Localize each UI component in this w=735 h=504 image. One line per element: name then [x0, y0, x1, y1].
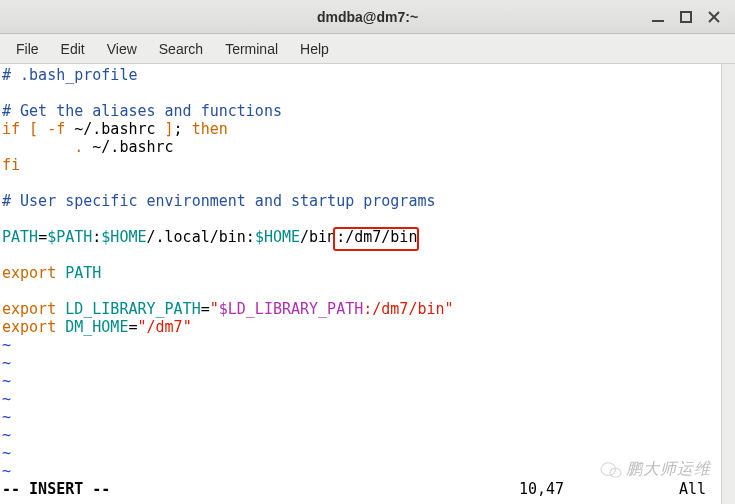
flag: -f	[47, 120, 65, 138]
kw-if: if	[2, 120, 20, 138]
comment-line: # User specific environment and startup …	[2, 192, 435, 210]
var: $HOME	[255, 228, 300, 246]
path: /.local/bin:	[147, 228, 255, 246]
semi: ;	[174, 120, 183, 138]
quote: "	[137, 318, 146, 336]
path: ~/.bashrc	[65, 120, 164, 138]
empty-line-tilde: ~	[2, 336, 11, 354]
vim-status-line: -- INSERT --10,47All	[2, 480, 719, 498]
empty-line-tilde: ~	[2, 354, 11, 372]
menu-search[interactable]: Search	[149, 37, 213, 61]
quote: "	[183, 318, 192, 336]
quote: "	[445, 300, 454, 318]
colon: :	[92, 228, 101, 246]
var-path: PATH	[65, 264, 101, 282]
kw-fi: fi	[2, 156, 20, 174]
empty-line-tilde: ~	[2, 408, 11, 426]
window-controls	[651, 0, 729, 34]
menu-view[interactable]: View	[97, 37, 147, 61]
comment-line: # Get the aliases and functions	[2, 102, 282, 120]
var: $HOME	[101, 228, 146, 246]
empty-line-tilde: ~	[2, 390, 11, 408]
close-icon[interactable]	[707, 10, 721, 24]
svg-rect-1	[681, 12, 691, 22]
terminal-window: dmdba@dm7:~ File Edit View Search Termin…	[0, 0, 735, 504]
vim-mode: -- INSERT --	[2, 480, 110, 498]
eq: =	[201, 300, 210, 318]
path: ~/.bashrc	[83, 138, 173, 156]
titlebar: dmdba@dm7:~	[0, 0, 735, 34]
string: :/dm7/bin	[363, 300, 444, 318]
minimize-icon[interactable]	[651, 10, 665, 24]
menu-file[interactable]: File	[6, 37, 49, 61]
kw-then: then	[192, 120, 228, 138]
menubar: File Edit View Search Terminal Help	[0, 34, 735, 64]
eq: =	[38, 228, 47, 246]
kw-export: export	[2, 300, 56, 318]
terminal-area[interactable]: # .bash_profile # Get the aliases and fu…	[0, 64, 735, 504]
empty-line-tilde: ~	[2, 426, 11, 444]
string: /dm7	[147, 318, 183, 336]
bracket: [	[29, 120, 38, 138]
scrollbar[interactable]	[721, 64, 735, 504]
menu-edit[interactable]: Edit	[51, 37, 95, 61]
var: LD_LIBRARY_PATH	[65, 300, 200, 318]
var: $PATH	[47, 228, 92, 246]
var: $LD_LIBRARY_PATH	[219, 300, 364, 318]
kw-export: export	[2, 264, 56, 282]
vim-cursor-position: 10,47	[519, 480, 679, 498]
bracket: ]	[165, 120, 174, 138]
vim-scroll-position: All	[679, 480, 719, 498]
menu-terminal[interactable]: Terminal	[215, 37, 288, 61]
window-title: dmdba@dm7:~	[317, 9, 418, 25]
empty-line-tilde: ~	[2, 372, 11, 390]
menu-help[interactable]: Help	[290, 37, 339, 61]
comment-line: # .bash_profile	[2, 66, 137, 84]
path: /bin	[300, 228, 336, 246]
dot: .	[74, 138, 83, 156]
highlighted-path: :/dm7/bin	[336, 228, 417, 246]
svg-rect-0	[652, 20, 664, 22]
empty-line-tilde: ~	[2, 462, 11, 480]
var: DM_HOME	[65, 318, 128, 336]
kw-export: export	[2, 318, 56, 336]
maximize-icon[interactable]	[679, 10, 693, 24]
terminal-content[interactable]: # .bash_profile # Get the aliases and fu…	[0, 64, 721, 504]
quote: "	[210, 300, 219, 318]
empty-line-tilde: ~	[2, 444, 11, 462]
var-path: PATH	[2, 228, 38, 246]
